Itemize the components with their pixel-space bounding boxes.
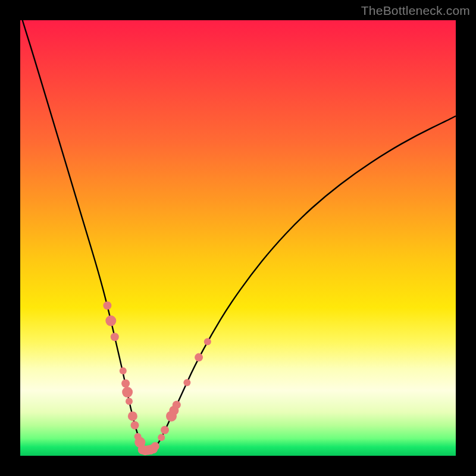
curve-markers — [103, 302, 211, 456]
curve-marker — [103, 302, 111, 310]
curve-marker — [195, 353, 203, 362]
plot-area — [20, 20, 456, 456]
curve-marker — [105, 315, 116, 326]
curve-marker — [131, 421, 139, 430]
curve-marker — [161, 426, 169, 434]
watermark-text: TheBottleneck.com — [361, 4, 470, 18]
curve-marker — [111, 333, 119, 341]
curve-marker — [128, 411, 137, 421]
curve-marker — [183, 379, 190, 386]
curve-marker — [120, 367, 127, 374]
curve-marker — [151, 442, 159, 450]
curve-marker — [204, 338, 211, 345]
bottleneck-curve — [23, 20, 456, 450]
chart-frame: TheBottleneck.com — [0, 0, 476, 476]
chart-svg — [20, 20, 456, 456]
curve-marker — [173, 400, 181, 409]
curve-marker — [122, 387, 133, 397]
curve-marker — [126, 398, 133, 405]
curve-marker — [121, 380, 130, 388]
curve-marker — [158, 434, 165, 441]
